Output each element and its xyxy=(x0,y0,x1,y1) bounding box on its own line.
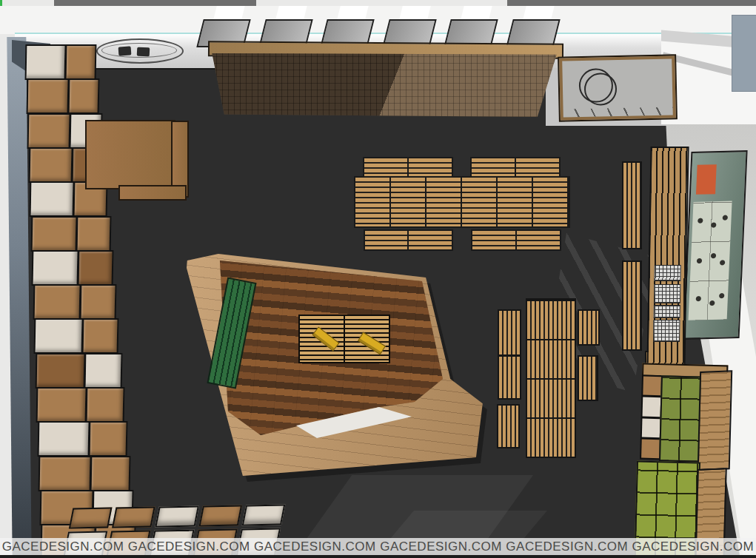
shelf-row xyxy=(36,387,125,423)
shelf-row xyxy=(39,456,130,491)
shelf-cell xyxy=(92,457,129,490)
slat-table-group-horizontal xyxy=(354,176,570,228)
right-edge-window-panel xyxy=(732,15,756,92)
green-shelf-unit xyxy=(633,363,733,558)
slat-bench xyxy=(622,260,642,351)
bottom-edge-strip xyxy=(0,555,756,558)
shelf-cell xyxy=(85,354,120,387)
poster-orange-stamp xyxy=(696,164,717,195)
shelf-cell xyxy=(241,505,285,526)
counter-round-top-offset xyxy=(584,73,618,106)
interior-render: GACEDESIGN.COM GACEDESIGN.COM GACEDESIGN… xyxy=(0,0,756,558)
shelf-cell xyxy=(81,286,115,318)
platform-slat-table xyxy=(298,315,390,363)
display-rack xyxy=(646,147,689,367)
shelf-cell xyxy=(155,506,199,528)
shelf-cell xyxy=(198,505,242,527)
shelf-cell xyxy=(642,418,660,437)
watermark-text: GACEDESIGN.COM xyxy=(2,539,124,554)
wall-poster xyxy=(683,150,747,340)
shelf-cell xyxy=(83,320,117,352)
slat-bench xyxy=(470,157,561,178)
wood-screen-panel xyxy=(210,53,558,117)
shelf-row xyxy=(34,318,119,354)
slat-bench xyxy=(578,355,598,401)
slat-bench xyxy=(622,161,642,249)
slat-bench xyxy=(578,309,600,346)
central-platform xyxy=(176,246,490,483)
slat-bench xyxy=(497,404,520,448)
watermark-text: GACEDESIGN.COM xyxy=(506,539,628,554)
work-desk xyxy=(85,120,175,189)
shelf-row xyxy=(25,44,97,80)
slat-bench xyxy=(498,355,521,400)
shelf-cell xyxy=(36,354,84,387)
skylight-row xyxy=(200,6,585,46)
watermark-text: GACEDESIGN.COM xyxy=(254,539,376,554)
shelf-cell xyxy=(29,115,70,147)
wire-basket xyxy=(654,305,680,318)
shelf-cell xyxy=(643,397,661,417)
wire-basket xyxy=(654,265,680,281)
shelf-cell xyxy=(33,252,78,284)
shelf-row xyxy=(37,421,127,457)
top-edge-strip-right xyxy=(507,0,756,6)
reception-counter xyxy=(559,56,676,120)
watermark-text: GACEDESIGN.COM xyxy=(632,539,754,554)
shelf-cell xyxy=(30,149,71,181)
shelf-cell xyxy=(79,252,112,284)
shelf-cell xyxy=(641,439,660,458)
shelf-cell xyxy=(643,377,661,396)
wire-basket xyxy=(654,284,680,303)
shelf-cell xyxy=(36,320,82,352)
poster-image-grid xyxy=(689,201,732,320)
shelf-cell xyxy=(90,423,126,455)
shelf-cell xyxy=(69,80,98,112)
green-shelf-section-1 xyxy=(659,375,703,462)
top-edge-strip-left xyxy=(54,0,256,6)
slat-table-group-vertical xyxy=(526,298,576,458)
watermark-text: GACEDESIGN.COM xyxy=(128,539,250,554)
shelf-cell xyxy=(38,389,86,421)
work-desk-extension xyxy=(118,185,187,201)
shelf-cell xyxy=(77,218,109,250)
wire-basket xyxy=(653,320,680,342)
shelf-cell xyxy=(40,457,90,490)
shelf-row xyxy=(35,353,122,389)
shelf-cell xyxy=(27,80,67,112)
shelf-cell xyxy=(39,423,87,455)
shelf-row xyxy=(33,284,116,320)
slat-bench xyxy=(498,309,521,356)
slat-bench xyxy=(363,157,453,178)
shelf-cell xyxy=(34,286,79,318)
watermark-bar: GACEDESIGN.COM GACEDESIGN.COM GACEDESIGN… xyxy=(0,538,756,555)
watermark-text: GACEDESIGN.COM xyxy=(380,539,502,554)
shelf-row xyxy=(32,250,114,286)
shelf-row xyxy=(69,505,285,529)
shelf-cell xyxy=(32,218,76,250)
shelf-row xyxy=(26,78,99,114)
green-shelf-wood-top-1 xyxy=(698,370,733,471)
counter-hatch-lines xyxy=(563,107,673,117)
shelf-cell xyxy=(87,389,123,421)
shelf-row xyxy=(30,216,110,252)
shelf-cell xyxy=(67,46,96,78)
shelf-cell xyxy=(31,183,73,215)
shelf-cell xyxy=(112,507,155,528)
shelf-cell xyxy=(27,46,65,78)
shelf-cell xyxy=(69,508,113,529)
